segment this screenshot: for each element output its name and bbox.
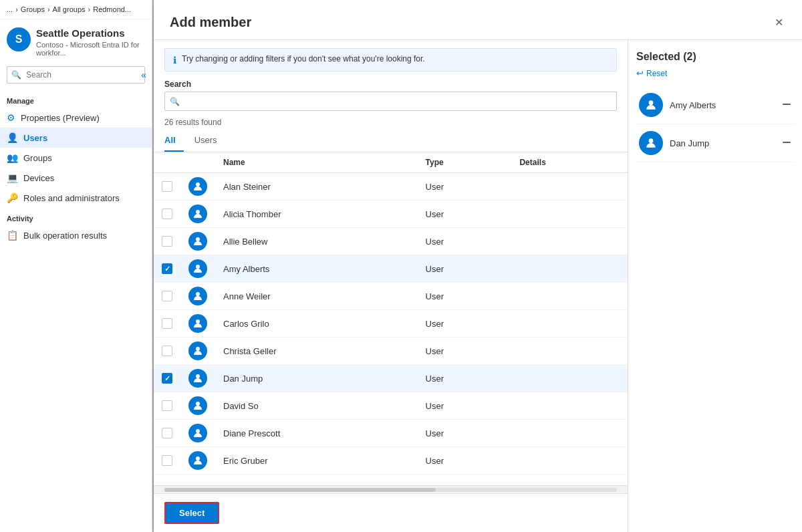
breadcrumb[interactable]: ... › Groups › All groups › Redmond... — [0, 0, 152, 19]
row-checkbox-unchecked[interactable] — [162, 346, 172, 356]
breadcrumb-sep: › — [15, 5, 18, 13]
row-checkbox-unchecked[interactable] — [162, 428, 172, 438]
svg-point-5 — [196, 319, 200, 323]
svg-point-2 — [196, 237, 200, 241]
user-type: User — [418, 310, 512, 338]
sidebar-item-bulk[interactable]: 📋 Bulk operation results — [0, 225, 152, 245]
remove-selected-button[interactable] — [782, 138, 791, 149]
svg-point-10 — [196, 456, 200, 460]
selected-user-name: Amy Alberts — [670, 100, 775, 110]
row-checkbox-unchecked[interactable] — [162, 181, 172, 192]
user-avatar — [188, 314, 207, 333]
sidebar-item-properties-label: Properties (Preview) — [21, 113, 100, 123]
selected-avatar — [639, 93, 663, 117]
row-checkbox-unchecked[interactable] — [162, 236, 172, 247]
info-icon: ℹ — [173, 55, 176, 65]
org-subtitle: Contoso - Microsoft Entra ID for workfor… — [36, 41, 145, 57]
org-header: S Seattle Operations Contoso - Microsoft… — [0, 19, 152, 62]
row-checkbox-unchecked[interactable] — [162, 400, 172, 411]
main-area: Add member ✕ ℹ Try changing or adding fi… — [152, 0, 802, 532]
sidebar-item-devices-label: Devices — [23, 173, 54, 183]
user-avatar — [188, 396, 207, 415]
modal-header: Add member ✕ — [154, 0, 802, 40]
table-row: David SoUser — [154, 392, 628, 420]
sidebar-item-roles[interactable]: 🔑 Roles and administrators — [0, 188, 152, 208]
users-icon: 👤 — [7, 132, 18, 143]
modal-overlay: Add member ✕ ℹ Try changing or adding fi… — [152, 0, 802, 532]
row-checkbox-unchecked[interactable] — [162, 318, 172, 329]
table-row: Eric GruberUser — [154, 447, 628, 475]
user-name: Dan Jump — [215, 365, 418, 392]
row-checkbox-unchecked[interactable] — [162, 455, 172, 466]
table-row: Anne WeilerUser — [154, 283, 628, 310]
sidebar-collapse-icon[interactable]: « — [141, 70, 146, 80]
row-checkbox-checked[interactable] — [162, 373, 172, 384]
col-header-details: Details — [511, 152, 628, 173]
user-avatar — [188, 177, 207, 196]
user-name: Anne Weiler — [215, 283, 418, 310]
modal-right-panel: Selected (2) ↩ Reset Amy AlbertsDan Jump — [628, 40, 802, 532]
user-type: User — [418, 255, 512, 283]
tab-users[interactable]: Users — [194, 131, 225, 152]
user-name: Diane Prescott — [215, 420, 418, 447]
sidebar-item-groups[interactable]: 👥 Groups — [0, 148, 152, 168]
user-details — [511, 392, 628, 420]
org-avatar: S — [7, 27, 31, 51]
user-details — [511, 310, 628, 338]
modal-body: ℹ Try changing or adding filters if you … — [154, 40, 802, 532]
user-type: User — [418, 283, 512, 310]
user-details — [511, 201, 628, 228]
activity-section-label: Activity — [0, 208, 152, 225]
info-banner: ℹ Try changing or adding filters if you … — [164, 48, 617, 72]
modal-close-button[interactable]: ✕ — [772, 13, 786, 31]
sidebar-item-properties[interactable]: ⚙ Properties (Preview) — [0, 108, 152, 128]
row-checkbox-unchecked[interactable] — [162, 209, 172, 219]
user-name: Amy Alberts — [215, 255, 418, 283]
sidebar: ... › Groups › All groups › Redmond... S… — [0, 0, 152, 532]
sidebar-item-users[interactable]: 👤 Users — [0, 128, 152, 148]
table-row: Dan JumpUser — [154, 365, 628, 392]
user-type: User — [418, 447, 512, 475]
tab-all[interactable]: All — [164, 131, 184, 152]
member-table-container[interactable]: Name Type Details Alan SteinerUserAlicia… — [154, 152, 628, 485]
user-name: David So — [215, 392, 418, 420]
col-header-type: Type — [418, 152, 512, 173]
svg-rect-14 — [783, 142, 791, 143]
user-name: Alicia Thomber — [215, 201, 418, 228]
modal-title: Add member — [170, 15, 251, 30]
user-type: User — [418, 392, 512, 420]
breadcrumb-groups[interactable]: Groups — [21, 5, 45, 13]
user-avatar — [188, 342, 207, 360]
svg-point-7 — [196, 374, 200, 378]
modal-panel: Add member ✕ ℹ Try changing or adding fi… — [154, 0, 802, 532]
groups-icon: 👥 — [7, 152, 18, 163]
member-search-input[interactable] — [164, 92, 617, 111]
user-avatar — [188, 424, 207, 442]
svg-point-0 — [196, 182, 200, 186]
table-row: Alicia ThomberUser — [154, 201, 628, 228]
breadcrumb-sep3: › — [88, 5, 91, 13]
sidebar-item-users-label: Users — [23, 133, 47, 143]
select-button[interactable]: Select — [164, 502, 219, 524]
breadcrumb-dots[interactable]: ... — [7, 5, 13, 13]
remove-selected-button[interactable] — [782, 100, 791, 111]
reset-label: Reset — [646, 69, 667, 78]
sidebar-search-input[interactable] — [7, 66, 145, 84]
reset-button[interactable]: ↩ Reset — [636, 68, 794, 78]
member-table: Name Type Details Alan SteinerUserAlicia… — [154, 152, 628, 475]
selected-item: Dan Jump — [636, 124, 794, 162]
search-input-icon: 🔍 — [170, 97, 180, 106]
row-checkbox-checked[interactable] — [162, 263, 172, 274]
org-name: Seattle Operations — [36, 27, 145, 39]
tabs-row: All Users — [154, 131, 628, 152]
user-type: User — [418, 228, 512, 255]
svg-rect-12 — [783, 104, 791, 105]
horizontal-scrollbar[interactable] — [154, 485, 628, 493]
sidebar-item-devices[interactable]: 💻 Devices — [0, 168, 152, 188]
selected-header: Selected (2) — [636, 51, 794, 63]
breadcrumb-all-groups[interactable]: All groups — [53, 5, 86, 13]
svg-point-8 — [196, 402, 200, 406]
user-name: Eric Gruber — [215, 447, 418, 475]
scroll-thumb — [164, 488, 436, 492]
row-checkbox-unchecked[interactable] — [162, 291, 172, 301]
